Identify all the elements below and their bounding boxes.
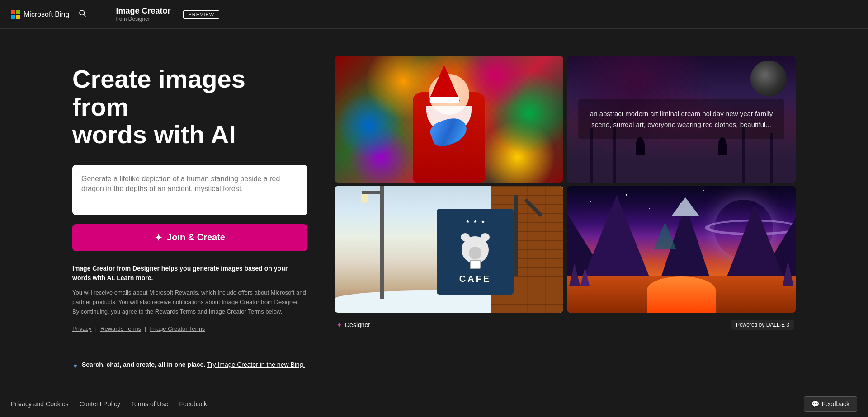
dalle-badge: Powered by DALL·E 3 [731, 320, 794, 330]
feedback-link[interactable]: Feedback [179, 400, 207, 408]
bing-promo-text: Search, chat, and create, all in one pla… [82, 361, 305, 368]
header: Microsoft Bing Image Creator from Design… [0, 0, 868, 29]
privacy-link[interactable]: Privacy [72, 325, 92, 332]
footer: Privacy and Cookies Content Policy Terms… [0, 389, 868, 417]
prompt-input-container [72, 165, 307, 215]
header-left: Microsoft Bing Image Creator from Design… [11, 6, 219, 23]
description-small: You will receive emails about Microsoft … [72, 288, 307, 316]
ms-bing-logo[interactable]: Microsoft Bing [11, 10, 69, 19]
bing-promo: ✦ Search, chat, and create, all in one p… [72, 361, 307, 370]
gallery-image-2[interactable]: an abstract modern art liminal dream hol… [567, 56, 796, 183]
description-bold: Image Creator from Designer helps you ge… [72, 264, 307, 283]
feedback-icon: 💬 [811, 400, 819, 408]
gallery-image-3[interactable]: ★ ★ ★ CAFE [335, 186, 563, 313]
left-panel: Create images from words with AI ✦ Join … [72, 56, 307, 370]
designer-label: ✦ Designer [336, 321, 370, 329]
ms-windows-icon [11, 10, 20, 19]
svg-point-0 [80, 10, 85, 15]
image-grid: an abstract modern art liminal dream hol… [335, 56, 796, 313]
terms-links: Privacy | Rewards Terms | Image Creator … [72, 325, 307, 347]
grid-footer: ✦ Designer Powered by DALL·E 3 [335, 316, 796, 333]
preview-badge: PREVIEW [183, 10, 219, 19]
svg-line-1 [84, 14, 86, 16]
content-policy-link[interactable]: Content Policy [80, 400, 120, 408]
header-divider [103, 6, 103, 23]
bing-label: Microsoft Bing [24, 10, 69, 19]
image-creator-brand: Image Creator from Designer [116, 6, 170, 23]
search-button[interactable] [75, 7, 90, 21]
abstract-description: an abstract modern art liminal dream hol… [578, 99, 784, 139]
learn-more-link[interactable]: Learn more. [117, 274, 153, 281]
abstract-sphere [750, 61, 787, 97]
join-create-button[interactable]: ✦ Join & Create [72, 224, 307, 251]
bing-promo-icon: ✦ [72, 362, 78, 370]
designer-icon: ✦ [336, 321, 342, 329]
prompt-input[interactable] [81, 174, 298, 204]
terms-of-use-link[interactable]: Terms of Use [131, 400, 168, 408]
image-creator-terms-link[interactable]: Image Creator Terms [150, 325, 205, 347]
hero-title: Create images from words with AI [72, 65, 307, 149]
sparkle-icon: ✦ [155, 232, 162, 243]
image-creator-subtitle: from Designer [116, 16, 170, 22]
privacy-cookies-link[interactable]: Privacy and Cookies [11, 400, 69, 408]
bing-promo-link[interactable]: Try Image Creator in the new Bing. [207, 361, 305, 368]
feedback-button[interactable]: 💬 Feedback [804, 396, 857, 412]
gallery-image-1[interactable] [335, 56, 563, 183]
main-content: Create images from words with AI ✦ Join … [0, 29, 868, 389]
footer-links: Privacy and Cookies Content Policy Terms… [11, 400, 207, 408]
rewards-terms-link[interactable]: Rewards Terms [100, 325, 141, 347]
right-panel: an abstract modern art liminal dream hol… [335, 56, 796, 370]
image-creator-title: Image Creator [116, 6, 170, 16]
gallery-image-4[interactable] [567, 186, 796, 313]
